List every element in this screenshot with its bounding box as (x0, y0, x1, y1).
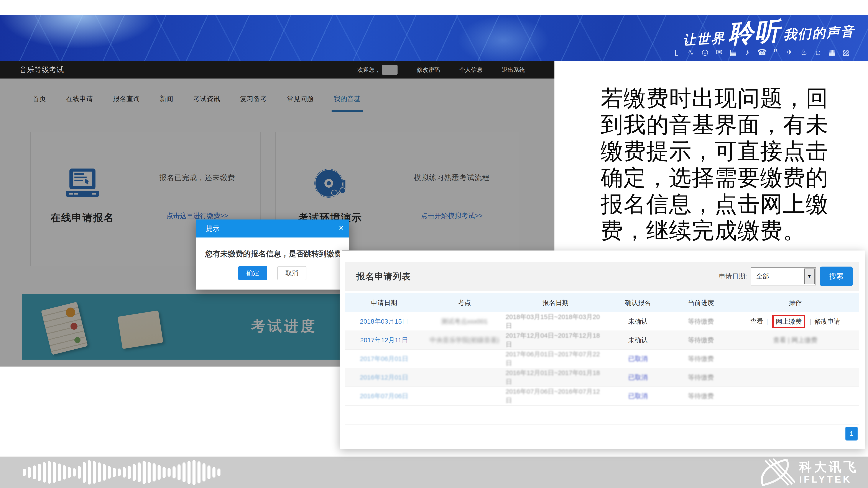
table-row: 2016年07月06日2016年07月06日~2016年07月12日已取消等待缴… (345, 387, 859, 405)
registration-period: 2018年03月15日~2018年03月20日 (506, 313, 606, 330)
soundwave-logo (23, 457, 220, 488)
topbar-link[interactable]: 个人信息 (459, 66, 483, 74)
topbar-link[interactable]: 修改密码 (416, 66, 440, 74)
slogan-prefix: 让世界 (682, 29, 726, 49)
application-table: 申请日期考点报名日期确认报名当前进度操作 2018年03月15日测试考点xxx0… (345, 293, 859, 405)
slide: 让世界 聆听 我们的声音 ▯∿◎✉▤♪☎❞✈♨☼▦▨ 音乐等级考试 欢迎您， 修… (0, 0, 868, 488)
instruction-line: 报名信息，点击网上缴 (601, 191, 863, 217)
app-title: 音乐等级考试 (20, 65, 64, 75)
iflytek-logo: 科大讯飞 iFLYTEK (754, 457, 858, 488)
dialog-message: 您有未缴费的报名信息，是否跳转到缴费页 (205, 249, 349, 259)
separator: | (810, 318, 811, 325)
chevron-down-icon[interactable]: ▼ (804, 268, 815, 284)
application-list-panel: 报名申请列表 申请日期: 全部 ▼ 搜索 申请日期考点报名日期确认报名当前进度操… (340, 251, 865, 449)
filter-label: 申请日期: (719, 272, 747, 281)
slogan-main: 聆听 (727, 14, 781, 51)
panel-title: 报名申请列表 (356, 270, 411, 282)
app-topbar: 音乐等级考试 欢迎您， 修改密码个人信息退出系统 (0, 61, 554, 78)
phone-icon: ▯ (673, 48, 681, 57)
progress-status: 等待缴费 (688, 392, 714, 400)
pay-online-link[interactable]: 网上缴费 (772, 315, 805, 328)
topbar-right: 欢迎您， 修改密码个人信息退出系统 (357, 65, 525, 75)
cart-icon: ▦ (828, 48, 836, 57)
action-link[interactable]: 修改申请 (814, 317, 840, 326)
registration-period: 2016年07月06日~2016年07月12日 (506, 387, 606, 405)
dialog-header: 提示 × (196, 220, 349, 237)
application-date-link[interactable]: 2016年12月01日 (360, 373, 408, 382)
slogan-suffix: 我们的声音 (783, 23, 856, 44)
exam-site-text: 中央音乐学院(初级音基) (430, 336, 499, 345)
tv-icon: ▤ (729, 48, 737, 57)
table-body: 2018年03月15日测试考点xxx0012018年03月15日~2018年03… (345, 312, 859, 405)
search-button[interactable]: 搜索 (820, 266, 853, 286)
topbar-link[interactable]: 退出系统 (502, 66, 525, 74)
search-icon: ◎ (701, 48, 709, 57)
registration-period: 2017年12月04日~2017年12月18日 (506, 331, 606, 349)
select-value: 全部 (756, 272, 769, 281)
hero-banner: 让世界 聆听 我们的声音 ▯∿◎✉▤♪☎❞✈♨☼▦▨ (0, 15, 868, 61)
music-note-icon: ♪ (743, 48, 751, 57)
dialog-title: 提示 (206, 224, 219, 233)
mic-icon: ♨ (800, 48, 808, 57)
application-date-link[interactable]: 2018年03月15日 (360, 317, 408, 326)
mail-icon: ✉ (715, 48, 723, 57)
column-header: 报名日期 (506, 298, 606, 307)
instruction-text: 若缴费时出现问题，回到我的音基界面，有未缴费提示，可直接点击确定，选择需要缴费的… (601, 85, 863, 244)
progress-status: 等待缴费 (688, 373, 714, 382)
brand-slogan: 让世界 聆听 我们的声音 (681, 10, 856, 53)
application-date-link[interactable]: 2017年12月11日 (360, 336, 408, 345)
table-row: 2017年12月11日中央音乐学院(初级音基)2017年12月04日~2017年… (345, 331, 859, 350)
column-header: 申请日期 (345, 298, 423, 307)
registration-period: 2017年06月01日~2017年07月22日 (506, 350, 606, 368)
application-date-link[interactable]: 2017年06月01日 (360, 354, 408, 363)
waveform-icon: ∿ (687, 48, 695, 57)
progress-status: 等待缴费 (688, 354, 714, 363)
welcome-text: 欢迎您， (357, 65, 398, 75)
cancel-button[interactable]: 取消 (277, 266, 306, 280)
confirm-status[interactable]: 已取消 (628, 373, 648, 382)
application-date-link[interactable]: 2016年07月06日 (360, 392, 408, 400)
panel-header: 报名申请列表 申请日期: 全部 ▼ 搜索 (345, 262, 859, 291)
table-row: 2017年06月01日2017年06月01日~2017年07月22日已取消等待缴… (345, 350, 859, 368)
iflytek-swoosh-icon (754, 458, 795, 486)
column-header: 考点 (423, 298, 506, 307)
table-header-row: 申请日期考点报名日期确认报名当前进度操作 (345, 293, 859, 312)
progress-status: 等待缴费 (688, 336, 714, 345)
pagination-page-1[interactable]: 1 (845, 427, 858, 441)
instruction-line: 确定，选择需要缴费的 (601, 164, 863, 191)
brand-en: iFLYTEK (799, 475, 858, 484)
date-select[interactable]: 全部 ▼ (751, 267, 816, 286)
table-row: 2018年03月15日测试考点xxx0012018年03月15日~2018年03… (345, 312, 859, 331)
table-row: 2016年12月01日2016年12月01日~2017年01月18日已取消等待缴… (345, 368, 859, 387)
separator: | (766, 318, 768, 325)
confirm-status: 未确认 (628, 336, 648, 345)
fuel-icon: ▨ (842, 48, 850, 57)
divider (345, 424, 859, 424)
row-actions-blurred: 查看 | 网上缴费 (773, 336, 817, 345)
confirm-status[interactable]: 已取消 (628, 354, 648, 363)
registration-period: 2016年12月01日~2017年01月18日 (506, 368, 606, 386)
progress-status: 等待缴费 (688, 317, 714, 326)
phone-call-icon: ☎ (757, 48, 766, 57)
unpaid-dialog: 提示 × 您有未缴费的报名信息，是否跳转到缴费页 确定 取消 (196, 220, 349, 290)
confirm-button[interactable]: 确定 (238, 266, 267, 280)
close-icon[interactable]: × (339, 223, 344, 232)
instruction-line: 费，继续完成缴费。 (601, 217, 863, 244)
instruction-line: 缴费提示，可直接点击 (601, 138, 863, 164)
instruction-line: 到我的音基界面，有未 (601, 111, 863, 138)
brand-cn: 科大讯飞 (799, 461, 858, 473)
action-link[interactable]: 查看 (750, 317, 763, 326)
exam-site-text: 测试考点xxx001 (441, 317, 488, 326)
column-header: 当前进度 (671, 298, 731, 307)
plane-icon: ✈ (785, 48, 794, 57)
instruction-line: 若缴费时出现问题，回 (601, 85, 863, 111)
confirm-status: 未确认 (628, 317, 648, 326)
column-header: 操作 (731, 298, 859, 307)
column-header: 确认报名 (606, 298, 671, 307)
confirm-status[interactable]: 已取消 (628, 392, 648, 400)
hero-icon-row: ▯∿◎✉▤♪☎❞✈♨☼▦▨ (673, 48, 850, 57)
username-redacted (382, 65, 398, 75)
footer-band: 科大讯飞 iFLYTEK (0, 457, 868, 488)
sun-icon: ☼ (814, 48, 822, 57)
chat-icon: ❞ (771, 48, 780, 57)
